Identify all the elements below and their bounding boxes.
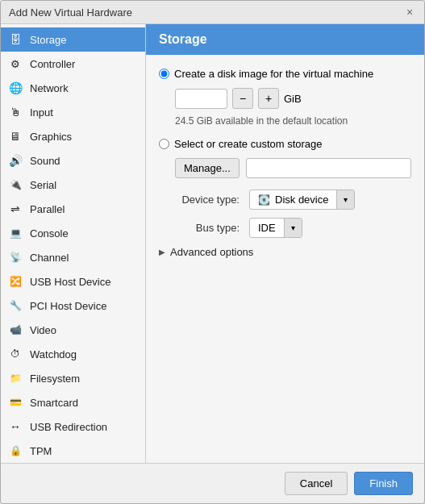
radio-custom-storage-row: Select or create custom storage (159, 138, 411, 150)
sidebar-item-storage[interactable]: Storage (1, 27, 145, 52)
icon-parallel-icon (7, 201, 23, 217)
radio-create-disk-label[interactable]: Create a disk image for the virtual mach… (174, 68, 373, 80)
icon-filesystem-icon (7, 370, 23, 386)
sidebar-item-parallel[interactable]: Parallel (1, 197, 145, 221)
sidebar-item-watchdog[interactable]: Watchdog (1, 342, 145, 366)
sidebar-item-graphics[interactable]: Graphics (1, 124, 145, 148)
sidebar-item-label-pci-host-device: PCI Host Device (30, 300, 106, 312)
close-button[interactable]: × (403, 6, 416, 19)
cancel-button[interactable]: Cancel (285, 472, 348, 495)
icon-storage-icon (7, 31, 23, 48)
icon-watchdog-icon (7, 346, 23, 362)
icon-console-icon (7, 225, 23, 241)
device-type-value: Disk device (250, 190, 336, 209)
manage-input[interactable] (246, 158, 411, 178)
icon-serial-icon (7, 177, 23, 193)
device-type-arrow: ▾ (336, 190, 354, 209)
sidebar-item-label-input: Input (30, 106, 53, 119)
sidebar-item-tpm[interactable]: TPM (1, 439, 145, 463)
radio-custom-storage[interactable] (159, 139, 169, 149)
sidebar-item-label-usb-host-device: USB Host Device (30, 276, 110, 288)
sidebar-item-label-controller: Controller (30, 58, 75, 70)
finish-button[interactable]: Finish (354, 472, 413, 495)
sidebar-item-label-tpm: TPM (30, 445, 52, 457)
available-text: 24.5 GiB available in the default locati… (175, 115, 411, 127)
dialog: Add New Virtual Hardware × StorageContro… (0, 0, 425, 504)
advanced-options-row[interactable]: ▶ Advanced options (159, 246, 411, 258)
bus-type-label: Bus type: (159, 222, 240, 234)
icon-graphics-icon (7, 128, 23, 144)
bus-type-dropdown[interactable]: IDE ▾ (249, 218, 302, 238)
device-type-dropdown[interactable]: Disk device ▾ (249, 190, 355, 210)
radio-create-disk-row: Create a disk image for the virtual mach… (159, 68, 411, 80)
advanced-options-label: Advanced options (170, 246, 253, 258)
sidebar-item-video[interactable]: Video (1, 318, 145, 342)
sidebar-item-label-video: Video (30, 324, 56, 336)
device-type-label: Device type: (159, 194, 240, 206)
icon-usb-redir-icon (7, 419, 23, 435)
icon-channel-icon (7, 249, 23, 265)
sidebar-item-label-channel: Channel (30, 252, 69, 264)
sidebar-item-usb-redirection[interactable]: USB Redirection (1, 414, 145, 439)
sidebar-item-label-storage: Storage (30, 34, 67, 46)
main-header: Storage (146, 24, 424, 55)
bus-type-arrow: ▾ (284, 219, 302, 237)
dialog-title: Add New Virtual Hardware (9, 6, 132, 19)
device-type-row: Device type: Disk device ▾ (159, 190, 411, 210)
bus-type-value: IDE (250, 219, 284, 237)
sidebar-item-smartcard[interactable]: Smartcard (1, 390, 145, 414)
sidebar-item-label-usb-redirection: USB Redirection (30, 421, 107, 433)
icon-input-icon (7, 104, 23, 120)
sidebar-item-label-serial: Serial (30, 179, 56, 191)
sidebar-item-input[interactable]: Input (1, 100, 145, 124)
sidebar-item-label-graphics: Graphics (30, 131, 72, 143)
icon-video-icon (7, 322, 23, 338)
sidebar-item-label-sound: Sound (30, 155, 60, 167)
icon-network-icon (7, 80, 23, 96)
sidebar-item-sound[interactable]: Sound (1, 148, 145, 173)
icon-tpm-icon (7, 443, 23, 459)
sidebar-item-channel[interactable]: Channel (1, 245, 145, 269)
manage-button[interactable]: Manage... (175, 158, 240, 178)
manage-row: Manage... (175, 158, 411, 178)
main-body: Create a disk image for the virtual mach… (146, 55, 424, 463)
sidebar-item-label-filesystem: Filesystem (30, 373, 80, 385)
icon-usb-host-icon (7, 273, 23, 289)
icon-sound-icon (7, 152, 23, 169)
advanced-arrow-icon: ▶ (159, 248, 165, 256)
sidebar-item-label-watchdog: Watchdog (30, 348, 77, 360)
sidebar: StorageControllerNetworkInputGraphicsSou… (1, 24, 146, 463)
sidebar-item-console[interactable]: Console (1, 221, 145, 245)
sidebar-item-label-network: Network (30, 82, 69, 94)
radio-create-disk[interactable] (159, 69, 169, 79)
minus-button[interactable]: − (232, 88, 253, 109)
sidebar-item-controller[interactable]: Controller (1, 52, 145, 76)
main-content: Storage Create a disk image for the virt… (146, 24, 424, 463)
sidebar-item-label-console: Console (30, 227, 69, 240)
icon-controller-icon (7, 56, 23, 72)
title-bar: Add New Virtual Hardware × (1, 1, 424, 24)
dialog-body: StorageControllerNetworkInputGraphicsSou… (1, 24, 424, 463)
plus-button[interactable]: + (258, 88, 279, 109)
disk-size-unit: GiB (284, 93, 302, 105)
dialog-footer: Cancel Finish (1, 463, 424, 503)
sidebar-item-serial[interactable]: Serial (1, 173, 145, 197)
radio-custom-storage-label[interactable]: Select or create custom storage (174, 138, 323, 150)
sidebar-item-usb-host-device[interactable]: USB Host Device (1, 269, 145, 294)
disk-icon (258, 194, 270, 206)
sidebar-item-label-smartcard: Smartcard (30, 397, 78, 409)
sidebar-item-network[interactable]: Network (1, 76, 145, 100)
icon-smartcard-icon (7, 394, 23, 410)
icon-pci-host-icon (7, 298, 23, 314)
sidebar-item-pci-host-device[interactable]: PCI Host Device (1, 294, 145, 318)
disk-size-input[interactable]: 20.0 (175, 89, 227, 109)
sidebar-item-label-parallel: Parallel (30, 203, 65, 215)
size-row: 20.0 − + GiB (175, 88, 411, 109)
bus-type-row: Bus type: IDE ▾ (159, 218, 411, 238)
sidebar-item-filesystem[interactable]: Filesystem (1, 366, 145, 390)
